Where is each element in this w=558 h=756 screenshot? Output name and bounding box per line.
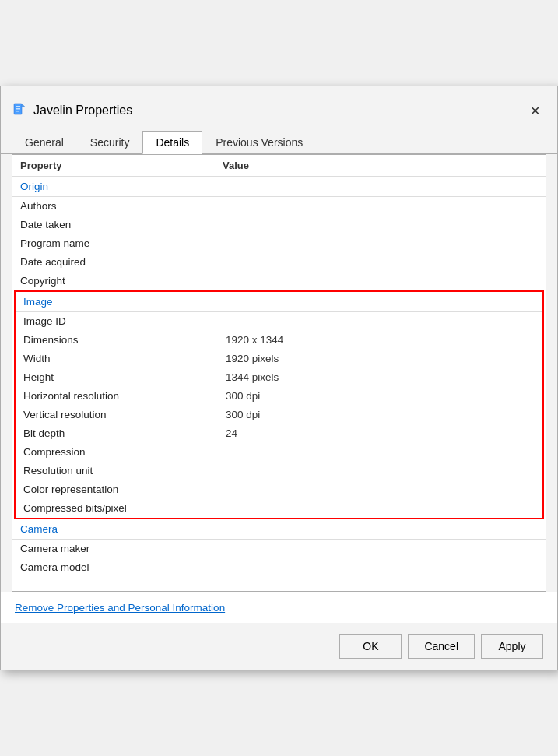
table-row: Image ID: [16, 312, 542, 331]
svg-rect-2: [16, 108, 20, 110]
table-row: Camera maker: [12, 540, 546, 558]
table-row: Bit depth 24: [16, 424, 542, 443]
file-icon: [12, 103, 27, 118]
table-row: Compressed bits/pixel: [16, 499, 542, 518]
dialog-window: Javelin Properties ✕ General Security De…: [0, 86, 558, 670]
table-row: Vertical resolution 300 dpi: [16, 406, 542, 424]
table-row: Authors: [12, 197, 546, 216]
table-row: Date taken: [12, 216, 546, 234]
dialog-title: Javelin Properties: [33, 104, 132, 118]
close-button[interactable]: ✕: [523, 99, 546, 122]
table-row: Resolution unit: [16, 462, 542, 480]
table-row: Color representation: [16, 480, 542, 499]
section-camera: Camera: [12, 519, 546, 540]
svg-marker-5: [22, 104, 25, 107]
dialog-footer: OK Cancel Apply: [1, 623, 557, 670]
tab-general[interactable]: General: [12, 131, 77, 154]
table-header: Property Value: [12, 155, 546, 177]
cancel-button[interactable]: Cancel: [408, 634, 475, 659]
table-row: Width 1920 pixels: [16, 350, 542, 368]
table-row: Program name: [12, 234, 546, 253]
col-header-value: Value: [223, 160, 538, 171]
col-header-property: Property: [20, 160, 223, 171]
tab-details[interactable]: Details: [142, 131, 202, 154]
table-row: Dimensions 1920 x 1344: [16, 331, 542, 350]
section-image: Image: [16, 292, 542, 312]
svg-rect-3: [16, 111, 19, 112]
table-row: Height 1344 pixels: [16, 368, 542, 387]
title-bar-left: Javelin Properties: [12, 103, 132, 118]
tab-security[interactable]: Security: [77, 131, 143, 154]
svg-rect-1: [16, 106, 20, 107]
tab-bar: General Security Details Previous Versio…: [1, 130, 557, 154]
table-row: Camera model: [12, 558, 546, 577]
content-wrapper: Property Value Origin Authors Date taken…: [12, 154, 546, 592]
table-row: Copyright: [12, 272, 546, 290]
image-section-highlight: Image Image ID Dimensions 1920 x 1344 Wi…: [14, 290, 544, 519]
ok-button[interactable]: OK: [339, 634, 402, 659]
link-area: Remove Properties and Personal Informati…: [1, 592, 557, 623]
properties-scroll[interactable]: Property Value Origin Authors Date taken…: [12, 155, 546, 591]
tab-previous-versions[interactable]: Previous Versions: [202, 131, 316, 154]
section-origin: Origin: [12, 177, 546, 197]
table-row: Horizontal resolution 300 dpi: [16, 387, 542, 406]
remove-properties-link[interactable]: Remove Properties and Personal Informati…: [15, 602, 225, 614]
title-bar: Javelin Properties ✕: [1, 86, 557, 127]
table-row: Compression: [16, 443, 542, 462]
apply-button[interactable]: Apply: [481, 634, 543, 659]
table-row: Date acquired: [12, 253, 546, 272]
